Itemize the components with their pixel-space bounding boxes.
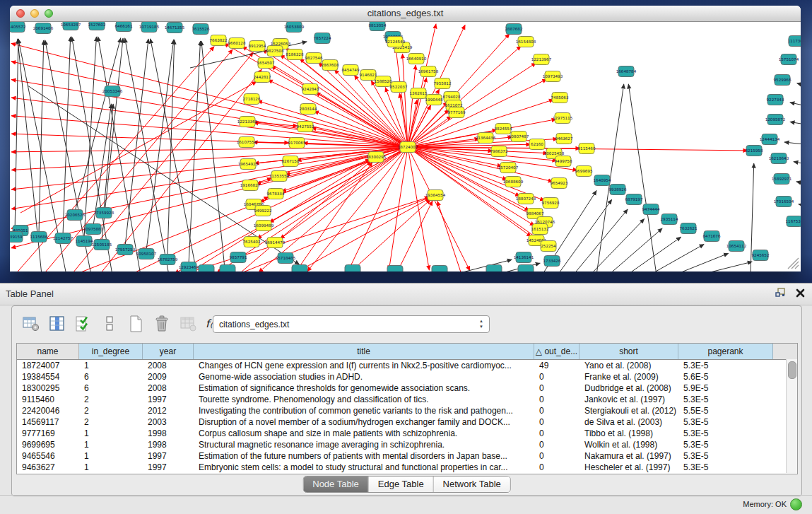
show-columns-icon[interactable] (48, 315, 66, 333)
network-node[interactable]: 2867608 (322, 60, 339, 71)
network-node[interactable]: 16107554 (237, 137, 257, 148)
network-node[interactable]: 1527602 (88, 22, 106, 30)
network-node[interactable]: 16648784 (616, 66, 637, 77)
network-node[interactable] (486, 265, 502, 272)
network-node[interactable]: 9938926 (609, 185, 627, 195)
network-node[interactable]: 20206526 (65, 210, 86, 221)
network-node[interactable]: 19384554 (425, 190, 446, 201)
column-header-name[interactable]: name (17, 344, 79, 359)
network-node[interactable]: 1115686 (30, 232, 48, 243)
column-header-out_de[interactable]: △ out_de... (534, 344, 579, 359)
network-table-selector[interactable]: citations_edges.txt ▲▼ (213, 315, 490, 333)
network-node[interactable]: 7955812 (434, 78, 452, 89)
table-row[interactable]: 977716911998Corpus callosum shape and si… (17, 428, 797, 439)
network-node[interactable]: 12095872 (765, 115, 785, 125)
network-node[interactable]: 2803144 (300, 104, 317, 115)
network-node[interactable]: 8522037 (390, 82, 408, 93)
network-node[interactable]: 15751074 (779, 54, 799, 65)
network-node[interactable]: 9427552 (297, 122, 314, 132)
network-node[interactable]: 11353554 (269, 171, 290, 182)
float-panel-icon[interactable] (775, 288, 786, 300)
network-node[interactable]: 9170065 (288, 138, 306, 148)
tab-edge-table[interactable]: Edge Table (369, 477, 434, 492)
network-node[interactable]: 7615526 (192, 24, 210, 35)
network-node[interactable]: 16914479 (265, 238, 286, 248)
column-header-year[interactable]: year (143, 344, 194, 359)
tab-network-table[interactable]: Network Table (434, 477, 510, 492)
network-node[interactable]: 8912954 (249, 41, 266, 52)
network-node[interactable]: 9227343 (767, 95, 784, 105)
network-node[interactable]: 16640910 (406, 54, 427, 64)
network-node[interactable]: 9242843 (302, 84, 319, 95)
network-node[interactable]: 6466161 (115, 22, 133, 32)
network-node[interactable]: 10653287 (61, 22, 81, 30)
network-node[interactable] (220, 265, 235, 272)
network-node[interactable]: 1117306 (788, 36, 801, 47)
network-node[interactable]: 9827546 (305, 53, 323, 64)
network-node[interactable]: 7663822 (210, 35, 228, 46)
network-node[interactable]: 9499222 (254, 206, 272, 216)
network-node[interactable]: 18724007 (398, 142, 418, 153)
network-node[interactable]: 12505185 (92, 240, 112, 250)
table-row[interactable]: 1456911722003Disruption of a novel membe… (17, 416, 797, 428)
network-node[interactable] (345, 265, 360, 272)
network-node[interactable]: 19166827 (240, 180, 261, 191)
network-node[interactable]: 8813054 (369, 22, 387, 31)
network-node[interactable]: 1654507 (257, 58, 275, 69)
network-node[interactable] (432, 266, 447, 272)
network-node[interactable]: 15720407 (498, 163, 519, 173)
network-node[interactable]: 9699695 (575, 166, 593, 177)
column-header-short[interactable]: short (579, 344, 678, 359)
scrollbar-thumb[interactable] (788, 361, 796, 379)
network-node[interactable]: 20053346 (102, 86, 123, 97)
network-node[interactable]: 339159 (10, 232, 23, 243)
network-node[interactable]: 252254 (541, 241, 556, 252)
network-node[interactable]: 10975887 (83, 224, 104, 235)
network-node[interactable]: 1405572 (10, 22, 25, 33)
network-node[interactable]: 1640954 (594, 175, 611, 186)
network-node[interactable]: 9660128 (228, 38, 246, 49)
network-node[interactable] (292, 265, 307, 272)
network-node[interactable]: 10958107 (136, 249, 157, 259)
window-resize-grip[interactable] (788, 258, 799, 269)
network-node[interactable]: 1990448 (425, 95, 443, 105)
clear-selection-icon[interactable] (100, 315, 119, 333)
network-node[interactable]: 10973493 (543, 71, 563, 82)
network-node[interactable]: 12142757 (53, 233, 73, 244)
network-node[interactable]: 14671355 (165, 23, 185, 33)
network-node[interactable]: 16782759 (158, 255, 178, 265)
network-node[interactable]: 8267150 (282, 156, 300, 167)
network-node[interactable]: 9777169 (448, 107, 466, 118)
network-node[interactable]: 17016504 (774, 197, 794, 207)
network-node[interactable]: 16099489 (254, 221, 274, 231)
network-node[interactable]: 12975115 (553, 113, 573, 124)
column-header-pagerank[interactable]: pagerank (678, 344, 773, 359)
network-node[interactable]: 12213967 (531, 54, 552, 65)
network-canvas[interactable]: 1405572206914061065328715276026466161107… (10, 22, 801, 271)
network-node[interactable]: 10719185 (139, 22, 160, 33)
table-row[interactable]: 946362711997Embryonic stem cells: a mode… (17, 462, 797, 473)
network-node[interactable]: 9857791 (230, 252, 247, 263)
network-node[interactable]: 12213362 (237, 117, 257, 127)
network-node[interactable]: 7857224 (314, 33, 331, 44)
tab-node-table[interactable]: Node Table (303, 477, 369, 492)
citation-network-graph[interactable]: 1405572206914061065328715276026466161107… (10, 22, 801, 271)
network-node[interactable]: 18300295 (366, 152, 387, 163)
network-node[interactable]: 1733426 (543, 256, 561, 267)
network-node[interactable]: 9245652 (752, 250, 770, 261)
network-node[interactable]: 62160 (529, 139, 545, 150)
network-node[interactable]: 12444134 (760, 134, 780, 145)
network-node[interactable]: 10654112 (726, 241, 746, 252)
network-node[interactable]: 18807243 (516, 194, 536, 204)
network-node[interactable]: 2718126 (243, 94, 261, 105)
network-node[interactable] (199, 265, 214, 272)
network-node[interactable]: 9678334 (267, 189, 285, 199)
network-node[interactable]: 21364436 (476, 133, 496, 144)
select-all-rows-icon[interactable] (74, 315, 93, 333)
network-node[interactable]: 8471676 (703, 231, 721, 242)
network-node[interactable]: 1167533 (786, 216, 801, 227)
network-node[interactable]: 10688609 (503, 177, 524, 187)
network-node[interactable]: 8454749 (342, 65, 360, 76)
network-node[interactable]: 16154808 (516, 37, 536, 47)
table-row[interactable]: 1938455462009Genome-wide association stu… (17, 371, 797, 382)
